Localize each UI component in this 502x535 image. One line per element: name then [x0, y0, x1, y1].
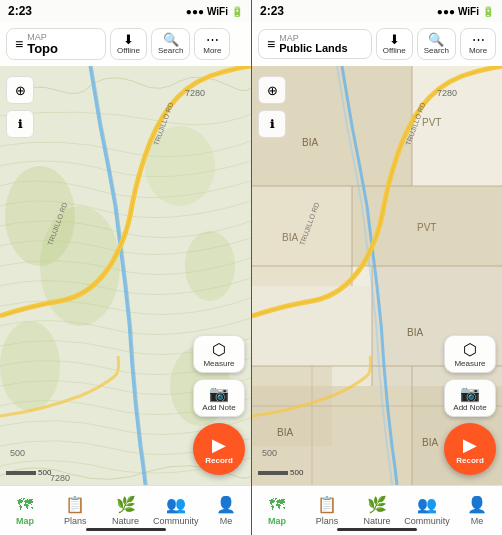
right-time: 2:23 [260, 4, 284, 18]
right-search-icon: 🔍 [428, 33, 444, 46]
location-icon: ⊕ [15, 83, 26, 98]
left-map-controls: ⊕ ℹ [6, 76, 34, 138]
left-more-label: More [203, 46, 221, 56]
left-record-btn[interactable]: ▶ Record [193, 423, 245, 475]
left-nav-plans[interactable]: 📋 Plans [50, 495, 100, 526]
right-info-icon: ℹ [270, 118, 274, 131]
right-more-btn[interactable]: ⋯ More [460, 28, 496, 60]
left-add-note-btn[interactable]: 📷 Add Note [193, 379, 245, 417]
right-nav-me[interactable]: 👤 Me [452, 495, 502, 526]
map-nav-icon: 🗺 [17, 496, 33, 514]
right-home-indicator [337, 528, 417, 531]
svg-text:500: 500 [10, 448, 25, 458]
measure-icon: ⬡ [212, 340, 226, 359]
plans-nav-icon: 📋 [65, 495, 85, 514]
right-nav-map[interactable]: 🗺 Map [252, 496, 302, 526]
right-map-selector[interactable]: ≡ MAP Public Lands [258, 29, 372, 59]
right-scale-bar: 500 [258, 468, 303, 477]
left-map-area[interactable]: TRUJILLO RD TRUJILLO RD 500 7280 7280 ⊕ … [0, 66, 251, 485]
left-more-btn[interactable]: ⋯ More [194, 28, 230, 60]
wifi-icon: WiFi [207, 6, 228, 17]
right-map-nav-icon: 🗺 [269, 496, 285, 514]
record-icon: ▶ [212, 434, 226, 456]
right-measure-btn[interactable]: ⬡ Measure [444, 335, 496, 373]
right-more-label: More [469, 46, 487, 56]
right-search-btn[interactable]: 🔍 Search [417, 28, 456, 60]
left-search-label: Search [158, 46, 183, 56]
left-nav-nature[interactable]: 🌿 Nature [100, 495, 150, 526]
right-record-icon: ▶ [463, 434, 477, 456]
right-status-bar: 2:23 ●●● WiFi 🔋 [252, 0, 502, 22]
left-offline-label: Offline [117, 46, 140, 56]
svg-text:BIA: BIA [302, 137, 318, 148]
svg-text:7280: 7280 [437, 88, 457, 98]
left-info-btn[interactable]: ℹ [6, 110, 34, 138]
left-nav-plans-label: Plans [64, 516, 87, 526]
right-location-icon: ⊕ [267, 83, 278, 98]
info-icon: ℹ [18, 118, 22, 131]
right-record-label: Record [456, 456, 484, 465]
right-screen: 2:23 ●●● WiFi 🔋 ≡ MAP Public Lands ⬇ Off… [251, 0, 502, 535]
left-nav-community[interactable]: 👥 Community [151, 495, 201, 526]
left-add-note-label: Add Note [202, 403, 235, 412]
right-status-icons: ●●● WiFi 🔋 [437, 6, 494, 17]
nature-nav-icon: 🌿 [116, 495, 136, 514]
left-map-selector[interactable]: ≡ MAP Topo [6, 28, 106, 60]
left-offline-btn[interactable]: ⬇ Offline [110, 28, 147, 60]
left-nav-nature-label: Nature [112, 516, 139, 526]
left-scale-value: 500 [38, 468, 51, 477]
right-me-nav-icon: 👤 [467, 495, 487, 514]
community-nav-icon: 👥 [166, 495, 186, 514]
right-nav-plans-label: Plans [316, 516, 339, 526]
download-icon: ⬇ [123, 33, 134, 46]
right-toolbar: ≡ MAP Public Lands ⬇ Offline 🔍 Search ⋯ … [252, 22, 502, 66]
svg-text:7280: 7280 [185, 88, 205, 98]
left-float-buttons: ⬡ Measure 📷 Add Note ▶ Record [193, 335, 245, 475]
right-record-btn[interactable]: ▶ Record [444, 423, 496, 475]
right-location-btn[interactable]: ⊕ [258, 76, 286, 104]
left-measure-label: Measure [203, 359, 234, 368]
add-note-icon: 📷 [209, 384, 229, 403]
right-add-note-label: Add Note [453, 403, 486, 412]
right-offline-btn[interactable]: ⬇ Offline [376, 28, 413, 60]
right-nav-plans[interactable]: 📋 Plans [302, 495, 352, 526]
left-measure-btn[interactable]: ⬡ Measure [193, 335, 245, 373]
svg-text:500: 500 [262, 448, 277, 458]
svg-text:7280: 7280 [50, 473, 70, 483]
left-nav-map[interactable]: 🗺 Map [0, 496, 50, 526]
svg-text:BIA: BIA [277, 427, 293, 438]
right-info-btn[interactable]: ℹ [258, 110, 286, 138]
right-nav-community-label: Community [404, 516, 450, 526]
right-map-controls: ⊕ ℹ [258, 76, 286, 138]
left-scale-bar: 500 [6, 468, 51, 477]
svg-text:BIA: BIA [282, 232, 298, 243]
left-nav-community-label: Community [153, 516, 199, 526]
right-wifi-icon: WiFi [458, 6, 479, 17]
me-nav-icon: 👤 [216, 495, 236, 514]
left-search-btn[interactable]: 🔍 Search [151, 28, 190, 60]
right-add-note-btn[interactable]: 📷 Add Note [444, 379, 496, 417]
right-nav-nature-label: Nature [363, 516, 390, 526]
svg-text:PVT: PVT [422, 117, 441, 128]
right-signal-icon: ●●● [437, 6, 455, 17]
right-float-buttons: ⬡ Measure 📷 Add Note ▶ Record [444, 335, 496, 475]
svg-text:BIA: BIA [407, 327, 423, 338]
right-more-icon: ⋯ [472, 33, 485, 46]
left-status-bar: 2:23 ●●● WiFi 🔋 [0, 0, 251, 22]
right-scale-value: 500 [290, 468, 303, 477]
left-nav-me[interactable]: 👤 Me [201, 495, 251, 526]
search-icon: 🔍 [163, 33, 179, 46]
layers-icon: ≡ [15, 36, 23, 52]
right-nav-community[interactable]: 👥 Community [402, 495, 452, 526]
more-icon: ⋯ [206, 33, 219, 46]
left-location-btn[interactable]: ⊕ [6, 76, 34, 104]
right-search-label: Search [424, 46, 449, 56]
right-measure-label: Measure [454, 359, 485, 368]
right-map-area[interactable]: TRUJILLO RD TRUJILLO RD PVT BIA PVT BIA … [252, 66, 502, 485]
right-nav-nature[interactable]: 🌿 Nature [352, 495, 402, 526]
left-nav-me-label: Me [220, 516, 233, 526]
right-nav-me-label: Me [471, 516, 484, 526]
right-measure-icon: ⬡ [463, 340, 477, 359]
right-battery-icon: 🔋 [482, 6, 494, 17]
battery-icon: 🔋 [231, 6, 243, 17]
